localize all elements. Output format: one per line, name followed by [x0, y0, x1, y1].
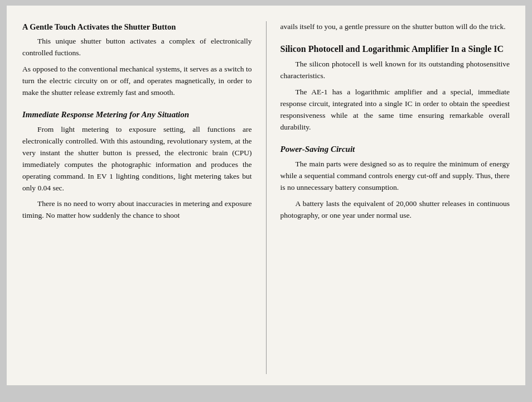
shutter-para2: As opposed to the conventional mechanica… [22, 64, 252, 99]
section-photocell: Silicon Photocell and Logarithmic Amplif… [280, 43, 510, 133]
section-shutter: A Gentle Touch Activates the Shutter But… [22, 21, 252, 99]
metering-title: Immediate Response Metering for Any Situ… [22, 109, 252, 121]
section-power: Power-Saving Circuit The main parts were… [280, 143, 510, 222]
metering-para1: From light metering to exposure setting,… [22, 124, 252, 194]
photocell-title: Silicon Photocell and Logarithmic Amplif… [280, 43, 510, 55]
photocell-para1: The silicon photocell is well known for … [280, 59, 510, 82]
card: A Gentle Touch Activates the Shutter But… [7, 6, 525, 385]
right-intro: avails itself to you, a gentle pressure … [280, 21, 510, 33]
metering-para2: There is no need to worry about inaccura… [22, 198, 252, 222]
power-title: Power-Saving Circuit [280, 143, 510, 155]
column-divider [266, 21, 267, 374]
power-para1: The main parts were designed so as to re… [280, 159, 510, 194]
photocell-para2: The AE-1 has a logarithmic amplifier and… [280, 87, 510, 133]
power-para2: A battery lasts the equivalent of 20,000… [280, 198, 510, 222]
right-column: avails itself to you, a gentle pressure … [280, 21, 510, 374]
section-metering: Immediate Response Metering for Any Situ… [22, 109, 252, 222]
shutter-title: A Gentle Touch Activates the Shutter But… [22, 21, 252, 32]
shutter-para1: This unique shutter button activates a c… [22, 36, 252, 59]
left-column: A Gentle Touch Activates the Shutter But… [22, 21, 252, 374]
